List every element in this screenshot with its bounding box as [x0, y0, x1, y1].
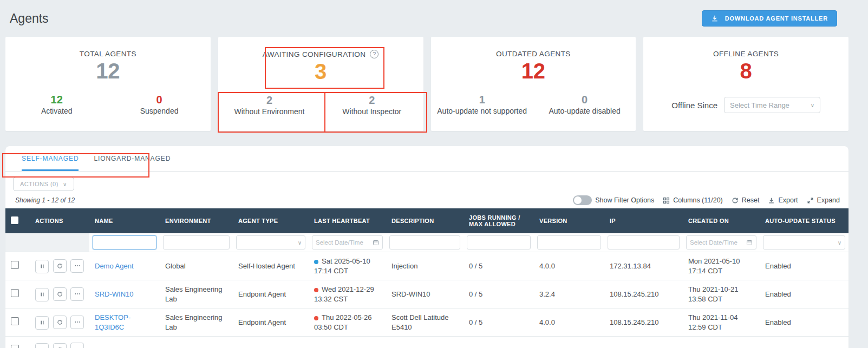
download-icon	[768, 197, 775, 204]
jobs-filter-input[interactable]	[467, 235, 531, 249]
show-filter-options-toggle[interactable]	[573, 195, 592, 205]
last-heartbeat-cell	[309, 337, 386, 348]
total-agents-value: 12	[5, 59, 211, 83]
restart-agent-button[interactable]	[53, 287, 67, 301]
auto-update-status-cell: Enabled	[760, 308, 849, 337]
environment-filter-input[interactable]	[163, 235, 230, 249]
table-toolbar: Showing 1 - 12 of 12 Show Filter Options…	[5, 191, 849, 208]
column-header-created-on[interactable]: CREATED ON	[683, 208, 760, 233]
name-filter-input[interactable]	[93, 235, 156, 249]
version-cell: 3.2.4	[534, 280, 604, 308]
calendar-icon	[373, 239, 379, 246]
awaiting-configuration-title: AWAITING CONFIGURATION ?	[218, 50, 423, 58]
column-header-environment[interactable]: ENVIRONMENT	[160, 208, 233, 233]
agent-type-filter-select[interactable]: ∨	[236, 235, 305, 249]
heartbeat-status-dot	[314, 260, 318, 264]
actions-dropdown-button[interactable]: ACTIONS (0) ∨	[13, 177, 74, 191]
ip-filter-input[interactable]	[608, 235, 680, 249]
heartbeat-status-dot	[314, 316, 318, 320]
table-row	[5, 337, 849, 348]
column-header-jobs[interactable]: JOBS RUNNING / MAX ALLOWED	[464, 208, 534, 233]
columns-button[interactable]: Columns (11/20)	[663, 196, 722, 204]
select-all-checkbox[interactable]	[11, 216, 18, 224]
environment-cell: Sales Engineering Lab	[160, 308, 233, 337]
description-cell	[386, 337, 464, 348]
auto-update-status-filter-select[interactable]: ∨	[763, 235, 845, 249]
total-agents-card: TOTAL AGENTS 12 12 Activated 0 Suspended	[5, 37, 211, 131]
column-header-agent-type[interactable]: AGENT TYPE	[233, 208, 309, 233]
download-agent-installer-button[interactable]: DOWNLOAD AGENT INSTALLER	[702, 10, 837, 27]
awaiting-configuration-card: AWAITING CONFIGURATION ? 3 2 Without Env…	[218, 37, 423, 131]
agent-type-cell: Endpoint Agent	[233, 280, 309, 308]
column-header-version[interactable]: VERSION	[534, 208, 604, 233]
ip-cell: 172.31.13.84	[604, 252, 683, 280]
row-checkbox[interactable]	[11, 317, 19, 325]
calendar-icon	[746, 239, 753, 246]
outdated-agents-title: OUTDATED AGENTS	[431, 50, 636, 58]
jobs-cell	[464, 337, 534, 348]
tab-liongard-managed[interactable]: LIONGARD-MANAGED	[94, 155, 171, 171]
created-on-filter-date[interactable]: Select Date/Time	[686, 235, 756, 249]
last-heartbeat-cell: Sat 2025-05-10 17:14 CDT	[309, 252, 386, 280]
column-header-ip[interactable]: IP	[604, 208, 683, 233]
stats-cards: TOTAL AGENTS 12 12 Activated 0 Suspended…	[5, 37, 849, 131]
description-cell: Injection	[386, 252, 464, 280]
more-actions-button[interactable]	[70, 287, 84, 301]
export-button[interactable]: Export	[768, 196, 798, 204]
reset-button[interactable]: Reset	[732, 196, 760, 204]
refresh-icon	[732, 197, 739, 204]
created-on-cell: Thu 2021-10-21 13:58 CDT	[683, 280, 760, 308]
last-heartbeat-filter-date[interactable]: Select Date/Time	[312, 235, 383, 249]
row-checkbox[interactable]	[11, 289, 19, 297]
offline-since-select[interactable]: Select Time Range ∨	[724, 97, 820, 113]
column-header-auto-update-status[interactable]: AUTO-UPDATE STATUS	[760, 208, 849, 233]
chevron-down-icon: ∨	[63, 181, 67, 187]
pause-agent-button[interactable]	[35, 288, 49, 301]
description-filter-input[interactable]	[389, 235, 460, 249]
auto-update-disabled-stat: 0 Auto-update disabled	[533, 94, 636, 115]
pause-agent-button[interactable]	[35, 343, 49, 348]
chevron-down-icon: ∨	[838, 240, 841, 246]
pause-agent-button[interactable]	[35, 316, 49, 330]
more-actions-button[interactable]	[70, 259, 84, 273]
column-header-last-heartbeat[interactable]: LAST HEARTBEAT	[309, 208, 386, 233]
column-header-actions[interactable]: ACTIONS	[30, 208, 89, 233]
auto-update-status-cell: Enabled	[760, 280, 849, 308]
restart-agent-button[interactable]	[53, 259, 67, 273]
description-cell: SRD-WIN10	[386, 280, 464, 308]
more-actions-button[interactable]	[70, 343, 84, 348]
agent-type-cell: Self-Hosted Agent	[233, 252, 309, 280]
tab-bar: SELF-MANAGED LIONGARD-MANAGED	[5, 146, 849, 172]
more-actions-button[interactable]	[70, 316, 84, 329]
created-on-cell: Thu 2021-11-04 12:59 CDT	[683, 308, 760, 337]
suspended-stat: 0 Suspended	[108, 94, 210, 115]
ip-cell: 108.15.245.210	[604, 280, 683, 308]
expand-button[interactable]: Expand	[807, 196, 840, 204]
agent-type-cell: Endpoint Agent	[233, 308, 309, 337]
restart-agent-button[interactable]	[53, 316, 67, 329]
column-header-name[interactable]: NAME	[89, 208, 160, 233]
restart-agent-button[interactable]	[53, 343, 67, 348]
agent-name-link[interactable]: Demo Agent	[95, 262, 134, 270]
agent-name-link[interactable]: SRD-WIN10	[95, 290, 134, 298]
page-title: Agents	[10, 11, 49, 26]
show-filter-options-toggle-group: Show Filter Options	[573, 195, 654, 205]
row-checkbox[interactable]	[11, 261, 19, 269]
agent-name-link[interactable]: DESKTOP-1Q3ID6C	[95, 313, 130, 331]
without-inspector-stat[interactable]: 2 Without Inspector	[321, 94, 423, 116]
environment-cell: Global	[160, 252, 233, 280]
table-row: Demo Agent Global Self-Hosted Agent Sat …	[5, 252, 849, 280]
version-filter-input[interactable]	[537, 235, 601, 249]
without-environment-stat[interactable]: 2 Without Environment	[218, 94, 321, 116]
help-icon[interactable]: ?	[370, 50, 378, 58]
awaiting-configuration-value: 3	[218, 60, 423, 83]
pause-agent-button[interactable]	[35, 260, 49, 273]
created-on-cell: Mon 2021-05-10 17:14 CDT	[683, 252, 760, 280]
auto-update-status-cell	[760, 337, 849, 348]
row-checkbox[interactable]	[11, 345, 19, 348]
column-header-description[interactable]: DESCRIPTION	[386, 208, 464, 233]
offline-agents-title: OFFLINE AGENTS	[643, 50, 849, 58]
last-heartbeat-cell: Wed 2021-12-29 13:32 CST	[309, 280, 386, 308]
table-row: SRD-WIN10 Sales Engineering Lab Endpoint…	[5, 280, 849, 308]
tab-self-managed[interactable]: SELF-MANAGED	[22, 155, 79, 171]
